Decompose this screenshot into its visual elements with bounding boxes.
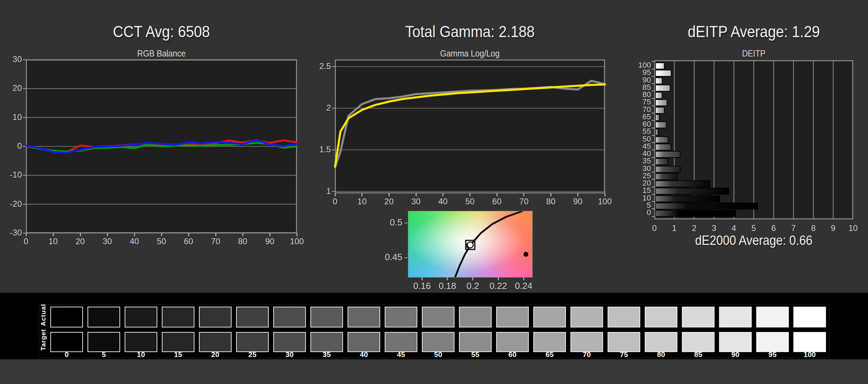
swatch-level-label: 90 bbox=[717, 350, 754, 359]
tick-mark bbox=[652, 128, 654, 128]
target-swatch bbox=[125, 332, 157, 352]
swatch-row-label: Actual bbox=[39, 307, 48, 326]
total-gamma-title: Total Gamma: 2.188 bbox=[349, 22, 591, 41]
deitp-bar bbox=[655, 180, 710, 187]
target-swatch bbox=[199, 332, 232, 352]
x-tick-label: 90 bbox=[258, 237, 282, 246]
actual-swatch bbox=[496, 307, 529, 327]
actual-swatch bbox=[199, 307, 232, 327]
target-swatch bbox=[608, 332, 640, 352]
tick-mark bbox=[416, 193, 417, 196]
tick-mark bbox=[652, 91, 654, 91]
actual-swatch bbox=[162, 307, 194, 327]
deitp-bar bbox=[655, 136, 668, 143]
tick-mark bbox=[404, 257, 408, 258]
actual-swatch bbox=[310, 307, 343, 327]
x-tick-label: 4 bbox=[724, 223, 744, 233]
x-tick-label: 2 bbox=[684, 223, 704, 233]
x-tick-label: 80 bbox=[539, 197, 563, 206]
actual-swatch bbox=[570, 307, 603, 327]
x-tick-label: 0.24 bbox=[510, 281, 537, 291]
tick-mark bbox=[652, 98, 654, 99]
tick-mark bbox=[332, 66, 335, 67]
tick-mark bbox=[23, 88, 26, 89]
x-tick-label: 5 bbox=[743, 223, 764, 233]
bottom-bar bbox=[0, 359, 868, 384]
tick-mark bbox=[269, 233, 270, 236]
x-tick-label: 0.18 bbox=[434, 281, 461, 291]
y-tick-label: 0.5 bbox=[375, 217, 402, 227]
x-tick-label: 0 bbox=[644, 223, 665, 233]
y-tick-label: 30 bbox=[0, 54, 22, 64]
x-tick-label: 30 bbox=[404, 197, 428, 206]
tick-mark bbox=[442, 193, 443, 196]
y-tick-label: 2 bbox=[303, 103, 331, 113]
x-tick-label: 100 bbox=[285, 237, 309, 246]
target-swatch bbox=[496, 332, 529, 352]
tick-mark bbox=[652, 69, 654, 69]
x-tick-label: 0.2 bbox=[459, 281, 487, 291]
actual-swatch bbox=[236, 307, 269, 327]
tick-mark bbox=[389, 193, 390, 196]
swatch-level-label: 100 bbox=[791, 350, 828, 359]
deitp-bar bbox=[655, 107, 665, 114]
tick-mark bbox=[652, 194, 654, 195]
tick-mark bbox=[652, 113, 654, 113]
y-tick-label: -30 bbox=[0, 228, 22, 238]
calibration-report: CCT Avg: 6508 RGB Balance Total Gamma: 2… bbox=[0, 0, 868, 384]
measured-dot-marker bbox=[524, 252, 528, 257]
actual-swatch bbox=[87, 307, 120, 327]
target-swatch bbox=[793, 332, 826, 352]
x-tick-label: 60 bbox=[485, 197, 509, 206]
tick-mark bbox=[550, 193, 551, 196]
tick-mark bbox=[53, 233, 54, 236]
target-swatch bbox=[273, 332, 306, 352]
x-tick-label: 7 bbox=[783, 223, 804, 233]
x-tick-label: 20 bbox=[68, 237, 92, 246]
tick-mark bbox=[652, 142, 654, 143]
actual-swatch bbox=[682, 307, 715, 327]
target-swatch bbox=[385, 332, 417, 352]
deitp-bar bbox=[655, 210, 736, 217]
y-tick-label: -10 bbox=[0, 170, 22, 180]
swatch-level-label: 50 bbox=[420, 350, 457, 359]
target-swatch bbox=[533, 332, 566, 352]
x-tick-label: 40 bbox=[122, 237, 147, 246]
target-swatch bbox=[682, 332, 715, 352]
rgb-balance-subtitle: RGB Balance bbox=[37, 49, 286, 59]
tick-mark bbox=[422, 278, 423, 280]
gamma-loglog-plot bbox=[335, 60, 605, 193]
tick-mark bbox=[652, 135, 654, 136]
tick-mark bbox=[652, 105, 654, 106]
tick-mark bbox=[23, 204, 26, 205]
x-tick-label: 6 bbox=[763, 223, 784, 233]
tick-mark bbox=[23, 175, 26, 176]
tick-mark bbox=[652, 120, 654, 121]
tick-mark bbox=[652, 83, 654, 84]
tick-mark bbox=[652, 172, 654, 172]
x-tick-label: 20 bbox=[377, 197, 401, 206]
x-tick-label: 10 bbox=[350, 197, 374, 206]
tick-mark bbox=[134, 233, 135, 236]
x-tick-label: 0.22 bbox=[484, 281, 512, 291]
tick-mark bbox=[335, 193, 336, 196]
tick-mark bbox=[332, 150, 335, 150]
x-tick-label: 0 bbox=[14, 237, 38, 246]
target-swatch bbox=[348, 332, 380, 352]
y-tick-label: 0 bbox=[623, 208, 651, 217]
x-tick-label: 30 bbox=[95, 237, 119, 246]
deitp-bar bbox=[655, 99, 667, 106]
tick-mark bbox=[404, 223, 408, 223]
actual-swatch bbox=[608, 307, 640, 327]
tick-mark bbox=[242, 233, 243, 236]
deitp-bar bbox=[655, 85, 670, 92]
actual-swatch bbox=[273, 307, 306, 327]
cct-average-title: CCT Avg: 6508 bbox=[40, 22, 283, 41]
deitp-bar bbox=[655, 92, 662, 99]
swatch-level-label: 40 bbox=[345, 350, 382, 359]
tick-mark bbox=[472, 278, 473, 280]
tick-mark bbox=[652, 201, 654, 202]
swatch-level-label: 45 bbox=[383, 350, 419, 359]
tick-mark bbox=[332, 191, 335, 192]
tick-mark bbox=[652, 164, 654, 165]
